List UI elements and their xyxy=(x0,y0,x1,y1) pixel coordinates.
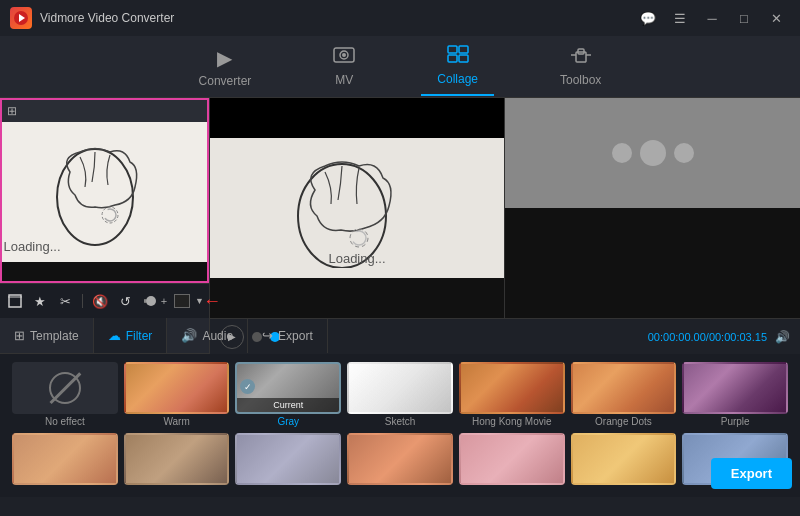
filter-r2-2[interactable] xyxy=(124,433,230,487)
toolbox-icon xyxy=(570,46,592,69)
right-panel: Loading... xyxy=(210,98,800,354)
tab-collage[interactable]: Collage xyxy=(421,37,494,96)
filter-r2-4[interactable] xyxy=(347,433,453,487)
film-icon: ⊞ xyxy=(7,104,17,118)
tab-audio[interactable]: 🔊 Audio xyxy=(167,318,248,353)
svg-rect-8 xyxy=(459,55,468,62)
svg-point-4 xyxy=(342,53,346,57)
star-btn[interactable]: ★ xyxy=(30,291,50,311)
black-bar-left xyxy=(210,98,504,138)
filter-gray[interactable]: Current ✓ Gray xyxy=(235,362,341,427)
brain-sketch-left: Loading... xyxy=(2,122,207,262)
video-controls: ★ ✂ 🔇 ↺ + ▼ ← xyxy=(0,283,209,318)
progress-bar[interactable] xyxy=(144,299,150,303)
tab-toolbox[interactable]: Toolbox xyxy=(544,38,617,95)
menu-btn[interactable]: ☰ xyxy=(666,8,694,28)
preview-right xyxy=(505,98,800,318)
filter-r2-6[interactable] xyxy=(571,433,677,487)
nav-tabs: ▶ Converter MV Collage xyxy=(0,36,800,98)
filter-row-1: No effect Warm Current ✓ Gray xyxy=(6,362,794,427)
titlebar: Vidmore Video Converter 💬 ☰ ─ □ ✕ xyxy=(0,0,800,36)
template-icon: ⊞ xyxy=(14,328,25,343)
main-preview: Loading... xyxy=(210,98,800,318)
time-display: 00:00:00.00/00:00:03.15 xyxy=(648,331,767,343)
separator xyxy=(82,294,83,308)
audio-icon: 🔊 xyxy=(181,328,197,343)
svg-rect-7 xyxy=(448,55,457,62)
volume-btn[interactable]: 🔇 xyxy=(90,291,110,311)
app-logo xyxy=(10,7,32,29)
converter-icon: ▶ xyxy=(217,46,232,70)
filter-no-effect[interactable]: No effect xyxy=(12,362,118,427)
brain-preview-left: Loading... xyxy=(210,138,504,278)
filter-row-2 xyxy=(6,433,794,487)
current-label: Current xyxy=(237,398,339,412)
svg-point-15 xyxy=(104,209,116,221)
svg-point-20 xyxy=(352,231,366,245)
bubble-dot1 xyxy=(612,143,632,163)
brain-svg-left xyxy=(40,137,170,247)
collage-icon xyxy=(447,45,469,68)
export-icon: ↪ xyxy=(262,328,273,343)
right-bottom-black xyxy=(505,208,800,318)
filter-section: No effect Warm Current ✓ Gray xyxy=(0,354,800,497)
tab-converter[interactable]: ▶ Converter xyxy=(183,38,268,96)
content-bottom: No effect Warm Current ✓ Gray xyxy=(0,354,800,497)
filter-sketch[interactable]: Sketch xyxy=(347,362,453,427)
filter-icon: ☁ xyxy=(108,328,121,343)
right-top-area xyxy=(505,98,800,208)
tab-mv[interactable]: MV xyxy=(317,38,371,95)
speech-bubble xyxy=(612,140,694,166)
no-effect-circle xyxy=(49,372,81,404)
titlebar-controls: 💬 ☰ ─ □ ✕ xyxy=(634,8,790,28)
filter-r2-3[interactable] xyxy=(235,433,341,487)
video-preview: ⊞ Loading xyxy=(0,98,209,283)
tab-template[interactable]: ⊞ Template xyxy=(0,318,94,353)
loading-text-left: Loading... xyxy=(3,239,60,254)
filter-warm[interactable]: Warm xyxy=(124,362,230,427)
filter-purple[interactable]: Purple xyxy=(682,362,788,427)
titlebar-left: Vidmore Video Converter xyxy=(10,7,174,29)
content-top: ⊞ Loading xyxy=(0,98,800,354)
volume-control[interactable]: 🔊 xyxy=(775,330,790,344)
bubble-dot3 xyxy=(674,143,694,163)
plus-label: + xyxy=(161,295,167,307)
crop-btn[interactable] xyxy=(5,291,25,311)
maximize-btn[interactable]: □ xyxy=(730,8,758,28)
brain-main-left xyxy=(277,148,437,268)
close-btn[interactable]: ✕ xyxy=(762,8,790,28)
filter-orange-dots[interactable]: Orange Dots xyxy=(571,362,677,427)
tab-export[interactable]: ↪ Export xyxy=(248,318,328,353)
video-top-bar: ⊞ xyxy=(2,100,207,122)
undo-btn[interactable]: ↺ xyxy=(115,291,135,311)
color-box[interactable] xyxy=(174,294,190,308)
no-effect-slash xyxy=(49,372,80,403)
progress-thumb xyxy=(146,296,156,306)
mv-icon xyxy=(333,46,355,69)
filter-r2-5[interactable] xyxy=(459,433,565,487)
check-mark: ✓ xyxy=(240,379,255,394)
minimize-btn[interactable]: ─ xyxy=(698,8,726,28)
content-area: ⊞ Loading xyxy=(0,98,800,497)
bubble-dot2 xyxy=(640,140,666,166)
left-panel: ⊞ Loading xyxy=(0,98,210,354)
chat-btn[interactable]: 💬 xyxy=(634,8,662,28)
preview-left: Loading... xyxy=(210,98,505,318)
export-button[interactable]: Export xyxy=(711,458,792,489)
loading-text-right: Loading... xyxy=(328,251,385,266)
filter-r2-1[interactable] xyxy=(12,433,118,487)
filter-hk[interactable]: Hong Kong Movie xyxy=(459,362,565,427)
scissors-btn[interactable]: ✂ xyxy=(55,291,75,311)
app-title: Vidmore Video Converter xyxy=(40,11,174,25)
red-arrow-indicator: ← xyxy=(203,291,221,312)
svg-rect-5 xyxy=(448,46,457,53)
bottom-toolbar: ⊞ Template ☁ Filter 🔊 Audio ↪ Export xyxy=(0,318,209,354)
svg-rect-6 xyxy=(459,46,468,53)
tab-filter[interactable]: ☁ Filter xyxy=(94,318,168,353)
